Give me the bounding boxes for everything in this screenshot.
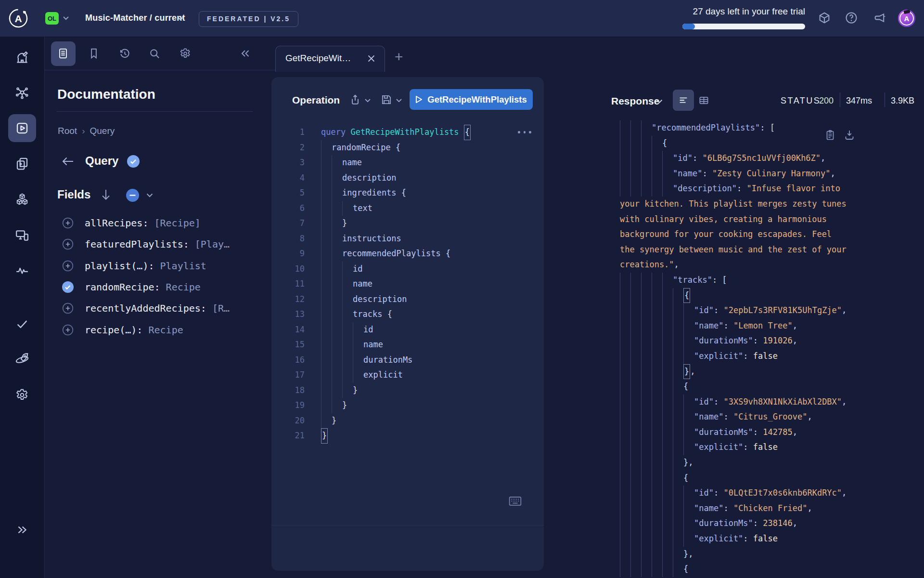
line-number: 16 bbox=[271, 353, 305, 368]
token: "id" bbox=[673, 151, 693, 166]
history-icon[interactable] bbox=[118, 47, 131, 60]
keyboard-shortcuts-icon[interactable] bbox=[509, 496, 522, 507]
indent-guide bbox=[332, 201, 342, 216]
indent-guide bbox=[630, 409, 641, 425]
response-chevron-down-icon[interactable] bbox=[655, 99, 663, 104]
field-type: Recipe bbox=[160, 281, 201, 293]
field-row[interactable]: playlist(…): Playlist bbox=[57, 255, 269, 276]
indent-guide bbox=[620, 333, 630, 349]
close-tab-icon[interactable] bbox=[367, 54, 375, 63]
line-number: 18 bbox=[271, 383, 305, 398]
field-row[interactable]: randomRecipe: Recipe bbox=[57, 276, 269, 298]
field-row[interactable]: allRecipes: [Recipe] bbox=[57, 212, 269, 234]
token: { bbox=[401, 185, 406, 201]
clients-devices-icon[interactable] bbox=[15, 228, 29, 242]
indent-guide bbox=[620, 288, 630, 303]
field-add-plus-icon[interactable] bbox=[62, 302, 74, 315]
breadcrumb-root[interactable]: Root bbox=[58, 126, 77, 136]
graphql-editor[interactable]: 1query GetRecipeWithPlaylists {2randomRe… bbox=[271, 125, 471, 444]
response-title[interactable]: Response bbox=[611, 95, 659, 107]
settings-gear-icon[interactable] bbox=[15, 388, 29, 402]
sort-arrow-down-icon[interactable] bbox=[101, 189, 111, 200]
deselect-all-minus-icon[interactable] bbox=[126, 188, 140, 202]
graph-network-icon[interactable] bbox=[15, 85, 29, 100]
indent-guide bbox=[332, 353, 342, 368]
response-line: "id": "0LQtEJt7x0s6knb6RKdRYc", bbox=[620, 486, 924, 501]
expand-sidebar-icon[interactable] bbox=[15, 523, 29, 537]
save-chevron-icon[interactable] bbox=[396, 98, 402, 103]
response-line: with culinary vibes, creating a harmonio… bbox=[620, 212, 924, 227]
response-line: { bbox=[620, 136, 924, 151]
response-line: "explicit": false bbox=[620, 531, 924, 547]
token: , bbox=[793, 333, 797, 349]
type-selected-check-icon[interactable] bbox=[127, 155, 140, 168]
graph-chevron-down-icon[interactable] bbox=[177, 16, 184, 21]
explorer-play-icon[interactable] bbox=[15, 121, 29, 135]
doc-settings-gear-icon[interactable] bbox=[179, 47, 192, 60]
insights-pulse-icon[interactable] bbox=[15, 263, 29, 278]
run-operation-button[interactable]: GetRecipeWithPlaylists bbox=[410, 89, 533, 110]
table-view-icon[interactable] bbox=[698, 95, 709, 106]
orders-box-icon[interactable] bbox=[818, 11, 831, 25]
indent-guide bbox=[321, 383, 332, 398]
indent-guide bbox=[321, 368, 332, 383]
apollo-logo-icon[interactable]: A bbox=[8, 8, 28, 28]
field-selected-check-icon[interactable] bbox=[62, 281, 74, 293]
field-add-plus-icon[interactable] bbox=[62, 217, 74, 229]
help-icon[interactable] bbox=[845, 11, 858, 25]
response-json-viewer[interactable]: "recommendedPlaylists": [{"id": "6LB6g7S… bbox=[620, 120, 924, 577]
operation-tab[interactable]: GetRecipeWit… bbox=[275, 46, 385, 72]
indent-guide bbox=[673, 501, 683, 516]
share-operation-icon[interactable] bbox=[349, 93, 361, 106]
editor-more-menu[interactable] bbox=[518, 131, 531, 133]
share-chevron-icon[interactable] bbox=[364, 98, 371, 103]
status-label: STATUS bbox=[781, 96, 821, 106]
indent-guide bbox=[673, 333, 683, 349]
response-line: creations.", bbox=[620, 257, 924, 273]
field-row[interactable]: featuredPlaylists: [Play… bbox=[57, 234, 269, 255]
line-number: 11 bbox=[271, 276, 305, 292]
token: }, bbox=[683, 547, 693, 562]
launches-rocket-icon[interactable] bbox=[14, 352, 30, 367]
observatory-home-icon[interactable] bbox=[15, 50, 29, 64]
graph-name[interactable]: Music-Matcher / current bbox=[85, 13, 185, 23]
new-tab-button[interactable]: + bbox=[395, 50, 403, 64]
documentation-icon[interactable] bbox=[57, 47, 69, 60]
user-avatar[interactable]: A bbox=[898, 10, 915, 27]
token: : bbox=[723, 318, 733, 334]
indent-guide bbox=[342, 292, 353, 307]
fields-chevron-down-icon[interactable] bbox=[146, 193, 154, 198]
field-add-plus-icon[interactable] bbox=[62, 238, 74, 250]
collapse-panel-icon[interactable] bbox=[239, 47, 252, 60]
indent-guide bbox=[641, 425, 652, 440]
field-add-plus-icon[interactable] bbox=[62, 260, 74, 272]
indent-guide bbox=[332, 262, 342, 277]
code-line: 10id bbox=[271, 262, 471, 277]
org-badge[interactable]: OL bbox=[45, 12, 59, 25]
operation-panel: Operation GetRecipeWithPlaylists 1query … bbox=[271, 77, 544, 571]
token: "Infuse flavor into bbox=[747, 181, 840, 197]
line-number: 7 bbox=[271, 216, 305, 231]
bookmarks-icon[interactable] bbox=[88, 47, 100, 60]
indent-guide bbox=[662, 166, 673, 182]
checks-icon[interactable] bbox=[15, 317, 29, 331]
token: text bbox=[353, 201, 372, 216]
field-add-plus-icon[interactable] bbox=[62, 324, 74, 336]
announcements-icon[interactable] bbox=[873, 11, 886, 25]
field-row[interactable]: recentlyAddedRecipes: [R… bbox=[57, 298, 269, 319]
org-chevron-down-icon[interactable] bbox=[63, 16, 69, 21]
field-row[interactable]: recipe(…): Recipe bbox=[57, 319, 269, 340]
indent-guide bbox=[321, 231, 332, 247]
save-operation-icon[interactable] bbox=[380, 93, 393, 106]
indent-guide bbox=[652, 364, 662, 380]
changelog-icon[interactable] bbox=[15, 157, 29, 171]
indent-guide bbox=[620, 440, 630, 455]
indent-guide bbox=[620, 455, 630, 471]
raw-view-toggle[interactable] bbox=[673, 90, 694, 111]
indent-guide bbox=[641, 333, 652, 349]
back-arrow-icon[interactable] bbox=[62, 156, 74, 167]
subgraphs-cubes-icon[interactable] bbox=[15, 192, 29, 207]
search-icon[interactable] bbox=[148, 47, 161, 60]
line-number: 15 bbox=[271, 337, 305, 353]
token: , bbox=[793, 516, 797, 531]
